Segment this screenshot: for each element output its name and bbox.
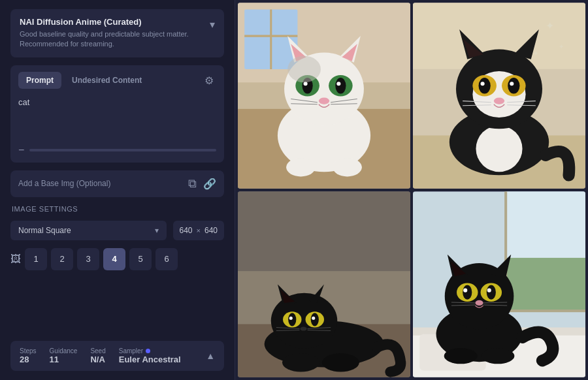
clipboard-icon[interactable]: ⧉ (188, 177, 197, 191)
prompt-text: cat (10, 89, 224, 142)
svg-rect-51 (238, 191, 410, 271)
expand-icon[interactable]: ▲ (206, 351, 215, 361)
svg-point-33 (476, 125, 522, 172)
model-chevron-icon: ▾ (210, 18, 215, 31)
svg-point-87 (487, 285, 496, 300)
cat-image-1 (238, 3, 410, 189)
guidance-info-value: 11 (50, 355, 59, 364)
step-btn-1[interactable]: 1 (25, 248, 47, 270)
svg-rect-73 (506, 258, 585, 311)
step-btn-2[interactable]: 2 (51, 248, 73, 270)
seed-info-label: Seed (90, 347, 105, 355)
svg-point-15 (335, 78, 346, 93)
svg-point-62 (289, 317, 293, 320)
svg-point-41 (479, 78, 491, 93)
svg-point-44 (510, 82, 514, 86)
prompt-area: Prompt Undesired Content ⚙ cat − (10, 65, 224, 163)
prompt-tabs-left: Prompt Undesired Content (18, 72, 150, 89)
image-cell-4[interactable] (413, 191, 585, 377)
tab-prompt[interactable]: Prompt (18, 72, 61, 89)
base-img-row: Add a Base Img (Optional) ⧉ 🔗 (10, 170, 224, 197)
svg-point-23 (287, 56, 321, 83)
size-dropdown-chevron-icon: ▾ (155, 226, 159, 235)
svg-text:✦: ✦ (559, 43, 564, 50)
step-btn-3[interactable]: 3 (77, 248, 99, 270)
image-cell-1[interactable] (238, 3, 410, 189)
sampler-label-row: Sampler (119, 347, 181, 355)
steps-info-value: 28 (20, 355, 29, 364)
step-btn-6[interactable]: 6 (155, 248, 178, 270)
steps-info-label: Steps (20, 347, 37, 355)
svg-point-64 (300, 326, 306, 330)
svg-point-88 (463, 289, 467, 293)
steps-info-group: Steps 28 (20, 347, 37, 364)
prompt-tabs: Prompt Undesired Content ⚙ (10, 65, 224, 89)
model-info: NAI Diffusion Anime (Curated) Good basel… (20, 17, 189, 50)
cat-image-2: ✦ ✦ ✦ (413, 3, 585, 189)
svg-point-63 (312, 317, 315, 320)
settings-row: Normal Square ▾ 640 × 640 (10, 221, 224, 240)
image-cell-3[interactable] (238, 191, 410, 377)
minus-icon[interactable]: − (18, 144, 24, 156)
sampler-info-value: Euler Ancestral (119, 355, 181, 364)
base-img-icons: ⧉ 🔗 (188, 177, 216, 191)
gear-icon[interactable]: ⚙ (202, 72, 216, 89)
size-preset-label: Normal Square (18, 226, 150, 235)
svg-point-96 (482, 348, 515, 364)
sampler-info-label: Sampler (119, 347, 143, 355)
svg-point-42 (508, 78, 519, 93)
svg-point-89 (487, 289, 491, 293)
seed-info-value: N/A (90, 355, 105, 364)
left-panel: NAI Diffusion Anime (Curated) Good basel… (0, 0, 235, 380)
prompt-slider[interactable] (29, 149, 216, 151)
step-btn-4[interactable]: 4 (103, 248, 125, 270)
base-img-label: Add a Base Img (Optional) (18, 179, 110, 188)
prompt-slider-row: − (10, 142, 224, 163)
guidance-info-label: Guidance (50, 347, 78, 355)
svg-point-43 (481, 82, 485, 86)
svg-text:✦: ✦ (546, 20, 554, 31)
model-name: NAI Diffusion Anime (Curated) (20, 17, 189, 27)
dimension-x-label: × (197, 227, 201, 234)
svg-point-25 (333, 158, 362, 176)
info-footer: Steps 28 Guidance 11 Seed N/A Sampler Eu… (10, 341, 224, 371)
svg-point-90 (475, 300, 483, 306)
cat-image-4 (413, 191, 585, 377)
cat-image-3 (238, 191, 410, 377)
tab-undesired[interactable]: Undesired Content (64, 72, 150, 89)
svg-point-24 (286, 158, 316, 176)
model-description: Good baseline quality and predictable su… (20, 29, 189, 50)
sampler-info-group: Sampler Euler Ancestral (119, 347, 181, 364)
width-value: 640 (180, 226, 193, 235)
size-dropdown[interactable]: Normal Square ▾ (10, 221, 167, 240)
svg-point-69 (282, 353, 319, 372)
svg-point-86 (463, 285, 472, 300)
svg-point-45 (494, 98, 504, 104)
svg-rect-75 (504, 309, 585, 312)
dimension-box: 640 × 640 (173, 221, 225, 240)
sampler-dot-icon (146, 349, 150, 353)
svg-point-18 (319, 98, 329, 104)
link-icon[interactable]: 🔗 (203, 178, 216, 190)
guidance-info-group: Guidance 11 (50, 347, 78, 364)
image-cell-2[interactable]: ✦ ✦ ✦ (413, 3, 585, 189)
seed-info-group: Seed N/A (90, 347, 105, 364)
svg-point-17 (336, 82, 340, 86)
steps-row: 🖼 1 2 3 4 5 6 (10, 248, 224, 270)
svg-point-54 (271, 293, 338, 349)
svg-point-70 (322, 353, 359, 372)
svg-point-95 (444, 348, 478, 364)
svg-point-61 (311, 313, 319, 326)
image-grid: ✦ ✦ ✦ (235, 0, 588, 380)
height-value: 640 (204, 226, 218, 235)
image-settings-label: Image Settings (10, 205, 224, 213)
svg-point-60 (288, 313, 296, 326)
steps-icon: 🖼 (10, 253, 21, 265)
model-selector[interactable]: NAI Diffusion Anime (Curated) Good basel… (10, 9, 224, 57)
step-btn-5[interactable]: 5 (129, 248, 152, 270)
